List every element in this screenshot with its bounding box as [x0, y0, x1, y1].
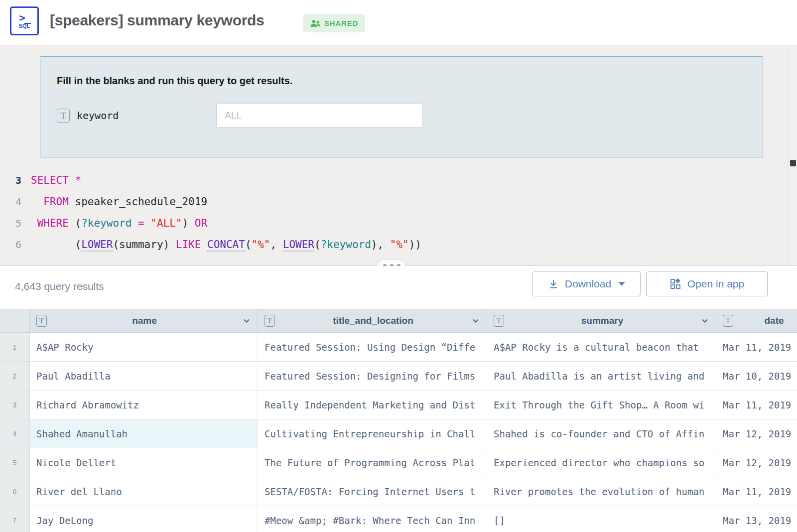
cell-date[interactable]: Mar 13, 2019: [716, 506, 797, 532]
open-in-app-button[interactable]: Open in app: [646, 271, 768, 296]
sql-file-icon: >_ SQL: [10, 6, 39, 35]
line-number: 3: [0, 170, 31, 191]
chevron-down-icon[interactable]: [471, 316, 480, 325]
cell-summary[interactable]: Experienced director who champions so: [487, 448, 716, 477]
cell-summary[interactable]: Paul Abadilla is an artist living and: [487, 362, 716, 390]
cell-title_and_location[interactable]: #Meow &amp; #Bark: Where Tech Can Inn: [258, 506, 487, 532]
app-grid-icon: [669, 278, 681, 290]
cell-date[interactable]: Mar 10, 2019: [716, 362, 797, 390]
table-row[interactable]: 5Nicole DellertThe Future of Programming…: [0, 448, 797, 477]
row-number: 5: [0, 448, 30, 477]
shared-badge-label: SHARED: [324, 19, 358, 27]
cell-date[interactable]: Mar 11, 2019: [716, 477, 797, 506]
cell-date[interactable]: Mar 11, 2019: [716, 391, 797, 419]
table-row[interactable]: 7Jay DeLong#Meow &amp; #Bark: Where Tech…: [0, 506, 797, 532]
parameter-name-label: keyword: [77, 110, 119, 122]
parameter-row: T keyword: [57, 109, 119, 123]
table-row[interactable]: 4Shahed AmanullahCultivating Entrepreneu…: [0, 419, 797, 448]
row-number-header: [0, 309, 30, 332]
query-app: >_ SQL [speakers] summary keywords SHARE…: [0, 0, 797, 532]
column-header-summary[interactable]: T summary: [487, 309, 716, 332]
cell-title_and_location[interactable]: SESTA/FOSTA: Forcing Internet Users t: [258, 477, 487, 506]
chevron-down-icon[interactable]: [242, 316, 251, 325]
cell-name[interactable]: Jay DeLong: [30, 506, 258, 532]
row-number: 2: [0, 362, 30, 390]
column-header-title-and-location[interactable]: T title_and_location: [258, 309, 487, 332]
cell-summary[interactable]: River promotes the evolution of human: [487, 477, 716, 506]
cell-summary[interactable]: A$AP Rocky is a cultural beacon that: [487, 333, 716, 361]
cell-summary[interactable]: Shahed is co-founder and CTO of Affin: [487, 419, 716, 448]
line-number: 5: [0, 213, 31, 234]
row-number: 3: [0, 391, 30, 419]
open-in-app-button-label: Open in app: [687, 278, 744, 290]
column-label: summary: [504, 315, 700, 326]
text-type-icon: T: [723, 315, 733, 327]
cell-name[interactable]: Richard Abramowitz: [30, 391, 258, 419]
results-table: T name T title_and_location T summary T …: [0, 309, 797, 532]
row-number: 6: [0, 477, 30, 506]
page-title: [speakers] summary keywords: [50, 12, 264, 29]
sql-editor-pane: Fill in the blanks and run this query to…: [0, 45, 797, 266]
cell-title_and_location[interactable]: Featured Session: Using Design “Diffe: [258, 333, 487, 361]
table-row[interactable]: 6River del LlanoSESTA/FOSTA: Forcing Int…: [0, 477, 797, 506]
column-label: title_and_location: [275, 315, 471, 326]
cell-name[interactable]: River del Llano: [30, 477, 258, 506]
query-results-count: 4,643 query results: [15, 280, 104, 292]
row-number: 7: [0, 506, 30, 532]
cell-name[interactable]: Paul Abadilla: [30, 362, 258, 390]
text-type-icon: T: [494, 315, 504, 327]
cell-title_and_location[interactable]: Cultivating Entrepreneurship in Chall: [258, 419, 487, 448]
text-type-icon: T: [36, 315, 47, 327]
code-lines: 3SELECT *4 FROM speaker_schedule_20195 W…: [0, 170, 789, 256]
cell-date[interactable]: Mar 12, 2019: [716, 448, 797, 477]
code-text: SELECT *: [31, 170, 81, 191]
download-icon: [548, 278, 559, 289]
cell-name[interactable]: Nicole Dellert: [30, 448, 258, 477]
cell-title_and_location[interactable]: Featured Session: Designing for Films: [258, 362, 487, 390]
download-button-label: Download: [565, 278, 611, 290]
cell-title_and_location[interactable]: Really Independent Marketing and Dist: [258, 391, 487, 419]
cell-date[interactable]: Mar 12, 2019: [716, 419, 797, 448]
editor-scrollbar-thumb[interactable]: [790, 160, 796, 166]
shared-badge: SHARED: [303, 14, 365, 32]
column-header-name[interactable]: T name: [30, 309, 258, 332]
code-line[interactable]: 4 FROM speaker_schedule_2019: [0, 191, 789, 213]
cell-summary[interactable]: Exit Through the Gift Shop… A Room wi: [487, 391, 716, 419]
column-header-date[interactable]: T date: [716, 309, 797, 332]
column-label: name: [47, 315, 242, 326]
cell-summary[interactable]: []: [487, 506, 716, 532]
line-number: 4: [0, 191, 31, 213]
cell-name[interactable]: Shahed Amanullah: [30, 419, 258, 448]
sql-code-editor[interactable]: 3SELECT *4 FROM speaker_schedule_20195 W…: [0, 170, 789, 256]
sql-icon-label: SQL: [19, 23, 30, 29]
page-header: >_ SQL [speakers] summary keywords SHARE…: [0, 0, 797, 45]
keyword-parameter-input[interactable]: [216, 104, 423, 128]
table-body: 1A$AP RockyFeatured Session: Using Desig…: [0, 333, 797, 532]
table-header-row: T name T title_and_location T summary T …: [0, 309, 797, 333]
chevron-down-icon[interactable]: [700, 316, 709, 325]
cell-title_and_location[interactable]: The Future of Programming Across Plat: [258, 448, 487, 477]
table-row[interactable]: 1A$AP RockyFeatured Session: Using Desig…: [0, 333, 797, 362]
people-icon: [310, 19, 321, 27]
row-number: 4: [0, 419, 30, 448]
cell-date[interactable]: Mar 11, 2019: [716, 333, 797, 361]
code-line[interactable]: 5 WHERE (?keyword = "ALL") OR: [0, 213, 789, 234]
code-line[interactable]: 3SELECT *: [0, 170, 789, 191]
line-number: 6: [0, 234, 31, 256]
query-parameters-panel: Fill in the blanks and run this query to…: [40, 56, 763, 157]
column-label: date: [733, 315, 797, 326]
table-row[interactable]: 2Paul AbadillaFeatured Session: Designin…: [0, 362, 797, 391]
download-button[interactable]: Download: [532, 271, 641, 296]
table-row[interactable]: 3Richard AbramowitzReally Independent Ma…: [0, 391, 797, 419]
code-text: WHERE (?keyword = "ALL") OR: [31, 213, 207, 234]
text-type-icon: T: [265, 315, 275, 327]
editor-scrollbar-track[interactable]: [789, 45, 797, 266]
parameters-instruction: Fill in the blanks and run this query to…: [57, 75, 292, 87]
row-number: 1: [0, 333, 30, 361]
cell-name[interactable]: A$AP Rocky: [30, 333, 258, 361]
terminal-prompt-glyph: >_: [19, 13, 29, 23]
text-type-icon: T: [57, 109, 70, 123]
results-toolbar: 4,643 query results Download Open in app: [0, 266, 797, 309]
code-line[interactable]: 6 (LOWER(summary) LIKE CONCAT("%", LOWER…: [0, 234, 789, 256]
code-text: FROM speaker_schedule_2019: [31, 191, 207, 213]
